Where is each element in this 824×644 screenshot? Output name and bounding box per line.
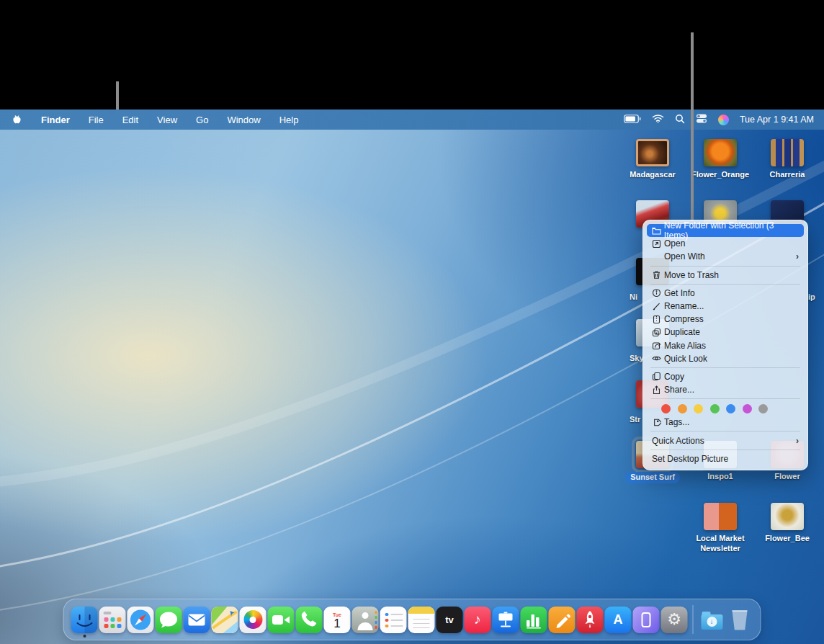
dock-item-system-settings[interactable]: ⚙ <box>660 607 689 633</box>
dock-item-mail[interactable] <box>183 607 211 633</box>
downloads-folder-icon: ↓ <box>699 607 725 633</box>
tag-green[interactable] <box>710 404 720 413</box>
dock-item-photos[interactable] <box>239 607 267 633</box>
menu-edit[interactable]: Edit <box>122 115 138 125</box>
submenu-arrow-icon: › <box>796 436 799 446</box>
menu-item-set-desktop-picture[interactable]: Set Desktop Picture <box>647 452 804 465</box>
menu-item-copy[interactable]: Copy <box>647 370 804 383</box>
desktop-icon-label: Local Market Newsletter <box>689 534 752 554</box>
calendar-icon: Tue 1 <box>324 607 351 633</box>
menu-view[interactable]: View <box>157 115 177 125</box>
dock-item-phone[interactable] <box>295 607 323 633</box>
menu-item-open-with[interactable]: Open With › <box>647 250 804 263</box>
battery-icon[interactable] <box>624 115 641 125</box>
desktop-icon-charreria[interactable]: Charreria <box>756 139 819 180</box>
dock-item-launchpad[interactable] <box>99 607 127 633</box>
menu-item-move-to-trash[interactable]: Move to Trash <box>647 269 804 282</box>
system-settings-gear-icon: ⚙ <box>661 607 688 633</box>
menu-separator <box>650 398 800 399</box>
dock-item-games[interactable] <box>576 607 604 633</box>
wifi-icon[interactable] <box>652 114 664 125</box>
apple-menu-icon[interactable] <box>12 114 22 126</box>
tag-purple[interactable] <box>743 404 752 413</box>
menu-go[interactable]: Go <box>196 115 208 125</box>
finder-icon <box>71 607 98 633</box>
menu-item-rename[interactable]: Rename... <box>647 300 804 313</box>
dock-item-notes[interactable] <box>408 607 436 633</box>
info-icon <box>652 288 664 298</box>
dock-item-reminders[interactable] <box>380 607 408 633</box>
dock-item-calendar[interactable]: Tue 1 <box>323 607 351 633</box>
menu-item-share[interactable]: Share... <box>647 383 804 396</box>
reminders-icon <box>380 607 407 633</box>
menu-item-make-alias[interactable]: Make Alias <box>647 339 804 352</box>
dock-item-app-store[interactable]: A <box>604 607 632 633</box>
menu-item-quick-actions[interactable]: Quick Actions › <box>647 434 804 447</box>
menubar-clock[interactable]: Tue Apr 1 9:41 AM <box>740 115 814 125</box>
dock-item-contacts[interactable] <box>351 607 380 633</box>
menu-file[interactable]: File <box>89 115 104 125</box>
contacts-icon <box>352 607 379 633</box>
menu-separator <box>650 367 800 368</box>
menu-item-get-info[interactable]: Get Info <box>647 287 804 300</box>
menu-item-duplicate[interactable]: Duplicate <box>647 326 804 339</box>
dock-item-downloads[interactable]: ↓ <box>698 607 726 633</box>
dock-item-maps[interactable] <box>211 607 239 633</box>
tag-orange[interactable] <box>678 404 687 413</box>
siri-icon[interactable] <box>718 115 729 125</box>
numbers-icon <box>521 607 547 633</box>
desktop-icon-flower-orange[interactable]: Flower_Orange <box>689 139 752 180</box>
dock-item-iphone-mirroring[interactable] <box>632 607 660 633</box>
menu-item-compress[interactable]: Compress <box>647 313 804 326</box>
dock-item-messages[interactable] <box>155 607 183 633</box>
desktop-icon-label: Flower_Orange <box>691 170 749 180</box>
eye-icon <box>652 354 664 363</box>
partial-label-ip: ip <box>808 292 815 301</box>
tag-color-row <box>643 401 807 416</box>
desktop-icon-label: Madagascar <box>630 170 676 180</box>
menu-item-tags[interactable]: Tags... <box>647 416 804 429</box>
new-folder-icon <box>652 226 664 236</box>
desktop-icon-madagascar[interactable]: Madagascar <box>621 139 684 180</box>
tag-red[interactable] <box>661 404 671 413</box>
dock-item-apple-tv[interactable]: tv <box>436 607 464 633</box>
safari-icon <box>127 607 154 633</box>
menu-window[interactable]: Window <box>227 115 260 125</box>
partial-label-ni: Ni <box>630 292 637 301</box>
desktop-icon-flower-bee[interactable]: Flower_Bee <box>756 503 819 544</box>
desktop-icon-label-selected: Sunset Surf <box>625 472 680 483</box>
photos-icon <box>240 607 267 633</box>
desktop-icon-local-market-newsletter[interactable]: Local Market Newsletter <box>689 503 752 554</box>
open-icon <box>652 239 664 249</box>
dock-item-keynote[interactable] <box>492 607 520 633</box>
dock-item-numbers[interactable] <box>520 607 548 633</box>
compress-icon <box>652 315 664 324</box>
flower-orange-thumbnail <box>704 139 737 166</box>
dock-item-facetime[interactable] <box>267 607 295 633</box>
duplicate-icon <box>652 328 664 337</box>
maps-icon <box>212 607 238 633</box>
dock-item-trash[interactable] <box>726 607 754 633</box>
dock-item-safari[interactable] <box>127 607 155 633</box>
menu-item-new-folder-with-selection[interactable]: New Folder with Selection (3 Items) <box>647 224 804 237</box>
apple-tv-icon: tv <box>436 607 463 633</box>
facetime-icon <box>268 607 295 633</box>
tag-yellow[interactable] <box>694 404 703 413</box>
dock-item-music[interactable]: ♪ <box>464 607 492 633</box>
menu-bar: Finder File Edit View Go Window Help Tue… <box>0 109 824 130</box>
dock-item-finder[interactable] <box>71 607 99 633</box>
desktop-icon-label: Flower <box>774 472 800 482</box>
menu-item-quick-look[interactable]: Quick Look <box>647 352 804 365</box>
control-center-icon[interactable] <box>696 114 707 125</box>
share-icon <box>652 385 664 395</box>
dock: Tue 1 tv ♪ <box>63 599 761 640</box>
menu-finder[interactable]: Finder <box>41 115 70 125</box>
music-icon: ♪ <box>465 607 491 633</box>
dock-item-pages[interactable] <box>548 607 576 633</box>
pages-icon <box>549 607 576 633</box>
partial-label-sky: Sky <box>630 354 644 362</box>
tag-gray[interactable] <box>758 404 768 413</box>
spotlight-search-icon[interactable] <box>675 114 685 126</box>
tag-blue[interactable] <box>726 404 735 413</box>
menu-help[interactable]: Help <box>279 115 299 125</box>
